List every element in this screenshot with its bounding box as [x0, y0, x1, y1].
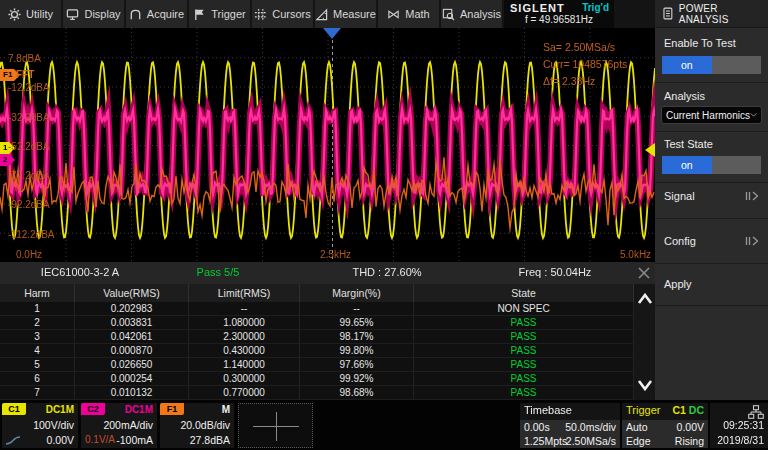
timebase-scale: 50.0ms/div [565, 421, 616, 433]
state-cell: PASS [414, 372, 634, 385]
c2-probe-ratio: 0.1V/A [85, 434, 115, 445]
harm-cell: 1 [0, 302, 75, 315]
menu-utility[interactable]: Utility [0, 0, 61, 28]
state-cell: PASS [414, 330, 634, 343]
menu-cursors-label: Cursors [272, 8, 311, 20]
limit-cell: 0.430000 [189, 344, 300, 357]
c2-level-marker[interactable]: 2 [0, 154, 9, 166]
c1-scale: 100V/div [33, 419, 74, 431]
value-cell: 0.042061 [75, 330, 189, 343]
magnifier-doc-icon [442, 8, 455, 21]
db-axis-label: -12.2dBA [8, 82, 50, 93]
margin-cell: -- [300, 302, 414, 315]
trigger-row-2: Edge Rising [622, 434, 708, 448]
harmonic-row[interactable]: 40.0008700.43000099.80%PASS [0, 344, 634, 358]
clock-box: 09:25:31 2019/8/31 [710, 403, 768, 448]
menu-math[interactable]: Math [378, 0, 439, 28]
menu-measure[interactable]: Measure [315, 0, 376, 28]
scroll-down-button[interactable] [634, 370, 655, 400]
analysis-dropdown[interactable]: Current Harmonics [661, 106, 762, 124]
panel-divider [655, 263, 768, 264]
f1-offset: 27.8dBA [190, 434, 230, 446]
close-icon[interactable] [636, 265, 652, 281]
value-cell: 0.000254 [75, 372, 189, 385]
chevron-down-icon [637, 379, 653, 391]
timebase-row-2: 1.25Mpts 2.50MSa/s [520, 434, 620, 448]
menu-acquire[interactable]: Acquire [126, 0, 187, 28]
limit-cell: 1.080000 [189, 316, 300, 329]
c2-badge: C2 [81, 403, 105, 415]
table-scrollbar [634, 284, 655, 400]
pass-status: Pass 5/5 [197, 266, 240, 278]
channel-c1-box[interactable]: C1 DC1M 100V/div 0.00V [2, 403, 78, 448]
trigger-title: Trigger [626, 404, 660, 416]
config-menu-item[interactable]: Config [664, 235, 696, 247]
harm-cell: 5 [0, 358, 75, 371]
test-state-toggle[interactable]: on [662, 156, 761, 174]
harmonic-row[interactable]: 60.0002540.30000099.92%PASS [0, 372, 634, 386]
menu-display-label: Display [84, 8, 120, 20]
hz-axis-label: 5.0kHz [620, 249, 651, 260]
menu-display[interactable]: Display [63, 0, 124, 28]
panel-divider [655, 131, 768, 132]
harmonic-row[interactable]: 50.0266501.14000097.66%PASS [0, 358, 634, 372]
margin-cell: 98.68% [300, 386, 414, 399]
value-cell: 0.000870 [75, 344, 189, 357]
submenu-arrow-icon [745, 191, 759, 201]
harmonic-row[interactable]: 30.0420612.30000098.17%PASS [0, 330, 634, 344]
ruler-triangle-icon [315, 8, 328, 21]
f1-level-marker[interactable]: F1 [0, 69, 14, 81]
power-analysis-panel: POWER ANALYSIS Enable To Test on Analysi… [655, 0, 768, 450]
crosshair-grid-icon [254, 8, 267, 21]
state-cell: NON SPEC [414, 302, 634, 315]
limit-cell: 0.770000 [189, 386, 300, 399]
trigger-type: Edge [626, 435, 651, 447]
db-axis-label: -52.2dBA [8, 140, 50, 151]
db-axis-label: -72.2dBA [8, 170, 50, 181]
margin-cell: 99.80% [300, 344, 414, 357]
menu-trigger-label: Trigger [211, 8, 245, 20]
trigger-source: C1 DC [672, 404, 704, 416]
fft-trace-label: FFT [16, 69, 34, 80]
limit-cell: 0.300000 [189, 372, 300, 385]
harmonic-row[interactable]: 70.0101320.77000098.68%PASS [0, 386, 634, 400]
monitor-icon [66, 8, 79, 21]
menu-cursors[interactable]: Cursors [252, 0, 313, 28]
apply-button[interactable]: Apply [664, 278, 692, 290]
value-cell: 0.026650 [75, 358, 189, 371]
trigger-row-1: Auto 0.00V [622, 420, 708, 434]
network-icon [748, 405, 764, 419]
document-icon [663, 7, 673, 20]
overlay-line: Curr= 1048576pts [543, 56, 627, 73]
c1-coupling: DC1M [46, 404, 74, 415]
harmonic-row[interactable]: 10.202983----NON SPEC [0, 302, 634, 316]
hz-axis-label: 0.0Hz [16, 249, 42, 260]
margin-cell: 98.17% [300, 330, 414, 343]
trigger-box[interactable]: Trigger C1 DC Auto 0.00V Edge Rising [622, 403, 708, 448]
c1-offset: 0.00V [47, 434, 74, 446]
signal-menu-item[interactable]: Signal [664, 190, 695, 202]
bottom-status-bar: C1 DC1M 100V/div 0.00V C2 DC1M 200mA/div… [0, 400, 768, 450]
menu-trigger[interactable]: Trigger [189, 0, 250, 28]
menu-analysis[interactable]: Analysis [441, 0, 502, 28]
panel-title: POWER ANALYSIS [679, 3, 768, 25]
trigger-level-marker[interactable] [645, 143, 655, 157]
math-f1-box[interactable]: F1 M 20.0dB/div 27.8dBA [160, 403, 234, 448]
submenu-arrow-icon [745, 236, 759, 246]
trigger-position-marker[interactable] [323, 28, 341, 39]
scroll-up-button[interactable] [634, 284, 655, 314]
enable-to-test-toggle[interactable]: on [662, 56, 761, 74]
add-channel-button[interactable] [238, 403, 313, 448]
analysis-dropdown-value: Current Harmonics [666, 110, 750, 121]
trigger-slope: Rising [675, 435, 704, 447]
bowtie-icon [387, 8, 400, 21]
clock-time: 09:25:31 [723, 419, 764, 431]
harmonic-row[interactable]: 20.0038311.08000099.65%PASS [0, 316, 634, 330]
trigger-status: Trig'd [582, 2, 609, 13]
trigger-mode: Auto [626, 421, 648, 433]
c1-badge: C1 [2, 403, 26, 415]
table-rows: 10.202983----NON SPEC20.0038311.08000099… [0, 302, 634, 400]
trigger-level: 0.00V [677, 421, 704, 433]
timebase-box[interactable]: Timebase 0.00s 50.0ms/div 1.25Mpts 2.50M… [520, 403, 620, 448]
channel-c2-box[interactable]: C2 DC1M 200mA/div 0.1V/A -100mA [81, 403, 157, 448]
